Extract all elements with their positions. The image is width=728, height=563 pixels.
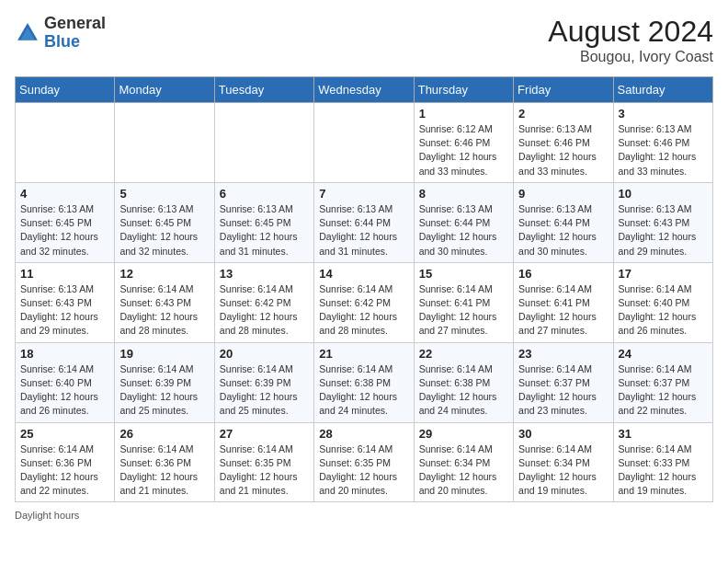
- calendar-cell: 8Sunrise: 6:13 AM Sunset: 6:44 PM Daylig…: [414, 182, 513, 262]
- day-number: 21: [319, 347, 408, 361]
- page-header: General Blue August 2024 Bougou, Ivory C…: [15, 15, 713, 65]
- day-info: Sunrise: 6:14 AM Sunset: 6:34 PM Dayligh…: [518, 442, 608, 499]
- calendar-week-row: 11Sunrise: 6:13 AM Sunset: 6:43 PM Dayli…: [16, 262, 713, 342]
- day-info: Sunrise: 6:13 AM Sunset: 6:44 PM Dayligh…: [319, 202, 408, 259]
- day-number: 10: [619, 187, 708, 201]
- day-info: Sunrise: 6:14 AM Sunset: 6:37 PM Dayligh…: [518, 362, 608, 419]
- day-info: Sunrise: 6:13 AM Sunset: 6:45 PM Dayligh…: [20, 202, 109, 259]
- day-info: Sunrise: 6:13 AM Sunset: 6:46 PM Dayligh…: [619, 122, 708, 178]
- calendar-cell: [314, 103, 414, 183]
- day-number: 23: [518, 347, 608, 361]
- day-info: Sunrise: 6:14 AM Sunset: 6:40 PM Dayligh…: [619, 282, 708, 339]
- calendar-cell: 13Sunrise: 6:14 AM Sunset: 6:42 PM Dayli…: [214, 262, 313, 342]
- calendar-week-row: 18Sunrise: 6:14 AM Sunset: 6:40 PM Dayli…: [16, 342, 713, 422]
- day-of-week-header: Monday: [115, 77, 214, 103]
- day-number: 11: [20, 267, 109, 281]
- calendar-cell: 9Sunrise: 6:13 AM Sunset: 6:44 PM Daylig…: [514, 182, 613, 262]
- calendar-cell: 28Sunrise: 6:14 AM Sunset: 6:35 PM Dayli…: [314, 422, 414, 502]
- day-number: 25: [20, 427, 109, 441]
- logo-icon: [15, 20, 40, 46]
- calendar-cell: 25Sunrise: 6:14 AM Sunset: 6:36 PM Dayli…: [16, 422, 115, 502]
- calendar-cell: 30Sunrise: 6:14 AM Sunset: 6:34 PM Dayli…: [514, 422, 613, 502]
- day-info: Sunrise: 6:14 AM Sunset: 6:36 PM Dayligh…: [20, 442, 109, 499]
- day-info: Sunrise: 6:14 AM Sunset: 6:42 PM Dayligh…: [319, 282, 408, 339]
- day-number: 14: [319, 267, 408, 281]
- calendar-cell: [214, 103, 313, 183]
- day-info: Sunrise: 6:13 AM Sunset: 6:43 PM Dayligh…: [619, 202, 708, 259]
- day-of-week-header: Thursday: [414, 77, 513, 103]
- calendar-cell: 14Sunrise: 6:14 AM Sunset: 6:42 PM Dayli…: [314, 262, 414, 342]
- calendar-cell: [16, 103, 115, 183]
- day-number: 8: [419, 187, 508, 201]
- day-number: 4: [20, 187, 109, 201]
- day-number: 30: [518, 427, 608, 441]
- calendar-cell: 1Sunrise: 6:12 AM Sunset: 6:46 PM Daylig…: [414, 103, 513, 183]
- calendar-cell: 16Sunrise: 6:14 AM Sunset: 6:41 PM Dayli…: [514, 262, 613, 342]
- day-number: 22: [419, 347, 508, 361]
- calendar-cell: 29Sunrise: 6:14 AM Sunset: 6:34 PM Dayli…: [414, 422, 513, 502]
- day-info: Sunrise: 6:14 AM Sunset: 6:40 PM Dayligh…: [20, 362, 109, 419]
- month-year-title: August 2024: [548, 15, 713, 49]
- calendar-cell: 23Sunrise: 6:14 AM Sunset: 6:37 PM Dayli…: [514, 342, 613, 422]
- day-number: 13: [220, 267, 309, 281]
- calendar-cell: 11Sunrise: 6:13 AM Sunset: 6:43 PM Dayli…: [16, 262, 115, 342]
- day-info: Sunrise: 6:13 AM Sunset: 6:46 PM Dayligh…: [518, 122, 608, 178]
- day-number: 3: [619, 107, 708, 121]
- day-info: Sunrise: 6:14 AM Sunset: 6:42 PM Dayligh…: [220, 282, 309, 339]
- calendar-cell: 22Sunrise: 6:14 AM Sunset: 6:38 PM Dayli…: [414, 342, 513, 422]
- day-number: 27: [220, 427, 309, 441]
- day-of-week-header: Wednesday: [314, 77, 414, 103]
- day-number: 20: [220, 347, 309, 361]
- day-number: 15: [419, 267, 508, 281]
- calendar-cell: 17Sunrise: 6:14 AM Sunset: 6:40 PM Dayli…: [613, 262, 712, 342]
- day-info: Sunrise: 6:13 AM Sunset: 6:44 PM Dayligh…: [419, 202, 508, 259]
- day-info: Sunrise: 6:14 AM Sunset: 6:39 PM Dayligh…: [119, 362, 209, 419]
- day-of-week-header: Saturday: [613, 77, 712, 103]
- day-info: Sunrise: 6:14 AM Sunset: 6:34 PM Dayligh…: [419, 442, 508, 499]
- day-info: Sunrise: 6:13 AM Sunset: 6:44 PM Dayligh…: [518, 202, 608, 259]
- day-info: Sunrise: 6:14 AM Sunset: 6:35 PM Dayligh…: [319, 442, 408, 499]
- calendar-cell: 19Sunrise: 6:14 AM Sunset: 6:39 PM Dayli…: [115, 342, 214, 422]
- day-info: Sunrise: 6:14 AM Sunset: 6:37 PM Dayligh…: [619, 362, 708, 419]
- day-number: 19: [119, 347, 209, 361]
- day-of-week-header: Tuesday: [214, 77, 313, 103]
- calendar-week-row: 25Sunrise: 6:14 AM Sunset: 6:36 PM Dayli…: [16, 422, 713, 502]
- day-info: Sunrise: 6:13 AM Sunset: 6:43 PM Dayligh…: [20, 282, 109, 339]
- calendar-cell: 4Sunrise: 6:13 AM Sunset: 6:45 PM Daylig…: [16, 182, 115, 262]
- day-info: Sunrise: 6:14 AM Sunset: 6:43 PM Dayligh…: [119, 282, 209, 339]
- calendar-cell: 27Sunrise: 6:14 AM Sunset: 6:35 PM Dayli…: [214, 422, 313, 502]
- day-number: 12: [119, 267, 209, 281]
- calendar-cell: 3Sunrise: 6:13 AM Sunset: 6:46 PM Daylig…: [613, 103, 712, 183]
- day-info: Sunrise: 6:12 AM Sunset: 6:46 PM Dayligh…: [419, 122, 508, 178]
- day-number: 28: [319, 427, 408, 441]
- day-info: Sunrise: 6:14 AM Sunset: 6:38 PM Dayligh…: [419, 362, 508, 419]
- calendar-cell: 5Sunrise: 6:13 AM Sunset: 6:45 PM Daylig…: [115, 182, 214, 262]
- day-number: 18: [20, 347, 109, 361]
- day-number: 17: [619, 267, 708, 281]
- day-of-week-header: Friday: [514, 77, 613, 103]
- calendar-cell: 10Sunrise: 6:13 AM Sunset: 6:43 PM Dayli…: [613, 182, 712, 262]
- day-info: Sunrise: 6:13 AM Sunset: 6:45 PM Dayligh…: [119, 202, 209, 259]
- calendar-cell: 18Sunrise: 6:14 AM Sunset: 6:40 PM Dayli…: [16, 342, 115, 422]
- day-number: 31: [619, 427, 708, 441]
- day-number: 5: [119, 187, 209, 201]
- logo: General Blue: [15, 15, 106, 52]
- day-info: Sunrise: 6:14 AM Sunset: 6:41 PM Dayligh…: [419, 282, 508, 339]
- calendar-week-row: 4Sunrise: 6:13 AM Sunset: 6:45 PM Daylig…: [16, 182, 713, 262]
- calendar-cell: 21Sunrise: 6:14 AM Sunset: 6:38 PM Dayli…: [314, 342, 414, 422]
- day-number: 1: [419, 107, 508, 121]
- calendar-table: SundayMondayTuesdayWednesdayThursdayFrid…: [15, 76, 713, 502]
- day-number: 24: [619, 347, 708, 361]
- day-info: Sunrise: 6:13 AM Sunset: 6:45 PM Dayligh…: [220, 202, 309, 259]
- calendar-cell: 31Sunrise: 6:14 AM Sunset: 6:33 PM Dayli…: [613, 422, 712, 502]
- day-number: 29: [419, 427, 508, 441]
- title-block: August 2024 Bougou, Ivory Coast: [548, 15, 713, 65]
- calendar-cell: 15Sunrise: 6:14 AM Sunset: 6:41 PM Dayli…: [414, 262, 513, 342]
- day-number: 2: [518, 107, 608, 121]
- footnote: Daylight hours: [15, 510, 713, 521]
- day-info: Sunrise: 6:14 AM Sunset: 6:39 PM Dayligh…: [220, 362, 309, 419]
- calendar-cell: 2Sunrise: 6:13 AM Sunset: 6:46 PM Daylig…: [514, 103, 613, 183]
- day-number: 9: [518, 187, 608, 201]
- day-info: Sunrise: 6:14 AM Sunset: 6:38 PM Dayligh…: [319, 362, 408, 419]
- calendar-cell: 24Sunrise: 6:14 AM Sunset: 6:37 PM Dayli…: [613, 342, 712, 422]
